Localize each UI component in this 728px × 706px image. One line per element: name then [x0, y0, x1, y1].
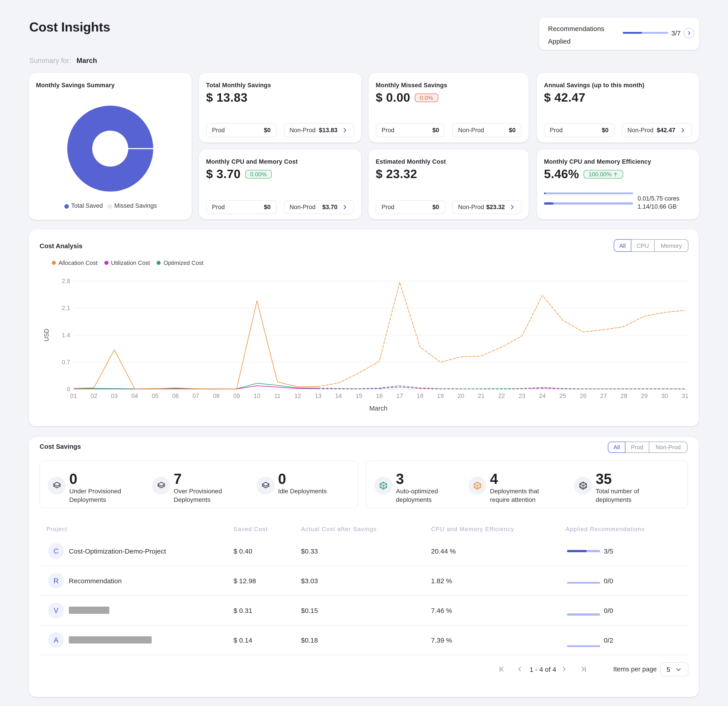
svg-text:22: 22: [498, 393, 505, 399]
svg-text:0: 0: [67, 386, 70, 393]
svg-text:26: 26: [580, 393, 586, 399]
svg-text:17: 17: [396, 393, 403, 399]
svg-text:10: 10: [254, 393, 260, 399]
svg-text:March: March: [370, 405, 388, 412]
svg-text:09: 09: [233, 393, 240, 399]
svg-text:USD: USD: [43, 329, 50, 341]
svg-text:25: 25: [559, 393, 566, 399]
svg-text:19: 19: [437, 393, 444, 399]
svg-text:23: 23: [519, 393, 525, 399]
svg-text:2.1: 2.1: [62, 305, 70, 311]
svg-text:1.4: 1.4: [62, 332, 70, 339]
svg-text:24: 24: [539, 393, 546, 399]
svg-text:18: 18: [417, 393, 423, 399]
svg-text:15: 15: [355, 393, 362, 399]
svg-text:04: 04: [131, 393, 138, 399]
svg-text:06: 06: [172, 393, 179, 399]
svg-text:21: 21: [478, 393, 485, 399]
svg-text:02: 02: [91, 393, 97, 399]
svg-text:05: 05: [152, 393, 158, 399]
svg-text:07: 07: [192, 393, 199, 399]
svg-text:30: 30: [661, 393, 668, 399]
svg-text:12: 12: [295, 393, 301, 399]
svg-text:27: 27: [600, 393, 607, 399]
svg-text:08: 08: [213, 393, 220, 399]
svg-text:13: 13: [315, 393, 322, 399]
svg-text:14: 14: [335, 393, 342, 399]
svg-text:16: 16: [376, 393, 383, 399]
svg-text:11: 11: [274, 393, 280, 399]
svg-text:28: 28: [620, 393, 627, 399]
svg-text:0.7: 0.7: [62, 359, 70, 366]
svg-text:01: 01: [70, 393, 77, 399]
svg-text:29: 29: [641, 393, 648, 399]
svg-text:2.8: 2.8: [62, 278, 70, 284]
svg-text:03: 03: [111, 393, 118, 399]
svg-text:31: 31: [682, 393, 688, 399]
svg-text:20: 20: [457, 393, 464, 399]
